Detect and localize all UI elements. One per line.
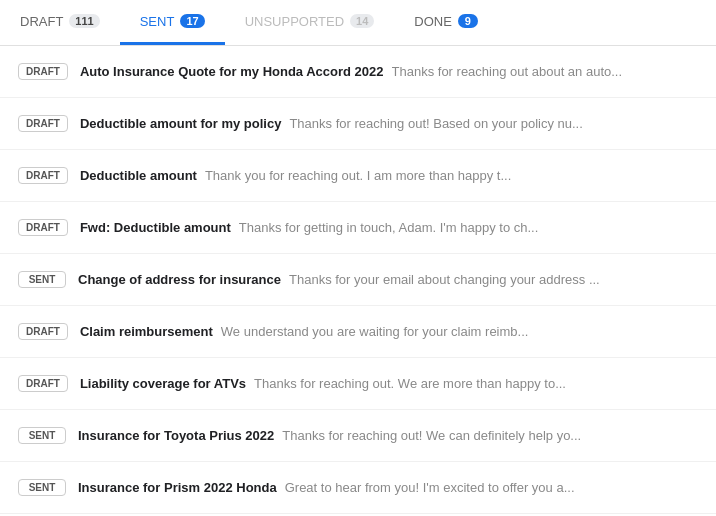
email-preview: Thanks for getting in touch, Adam. I'm h… — [239, 220, 700, 235]
email-subject: Claim reimbursement — [80, 324, 213, 339]
email-row[interactable]: DRAFTClaim reimbursementWe understand yo… — [0, 306, 716, 358]
tab-label-done: DONE — [414, 14, 452, 29]
status-badge: DRAFT — [18, 375, 68, 392]
email-preview: Thanks for reaching out! Based on your p… — [289, 116, 700, 131]
status-badge: SENT — [18, 427, 66, 444]
email-subject: Insurance for Prism 2022 Honda — [78, 480, 277, 495]
email-row[interactable]: SENTInsurance for Prism 2022 HondaGreat … — [0, 462, 716, 514]
email-list: DRAFTAuto Insurance Quote for my Honda A… — [0, 46, 716, 514]
status-badge: DRAFT — [18, 219, 68, 236]
email-subject: Fwd: Deductible amount — [80, 220, 231, 235]
status-badge: DRAFT — [18, 167, 68, 184]
tab-badge-draft: 111 — [69, 14, 99, 28]
tab-draft[interactable]: DRAFT111 — [0, 0, 120, 45]
tabs-bar: DRAFT111SENT17UNSUPPORTED14DONE9 — [0, 0, 716, 46]
status-badge: SENT — [18, 479, 66, 496]
email-row[interactable]: DRAFTAuto Insurance Quote for my Honda A… — [0, 46, 716, 98]
email-preview: We understand you are waiting for your c… — [221, 324, 700, 339]
email-subject: Deductible amount — [80, 168, 197, 183]
email-row[interactable]: DRAFTFwd: Deductible amountThanks for ge… — [0, 202, 716, 254]
status-badge: SENT — [18, 271, 66, 288]
email-row[interactable]: DRAFTLiability coverage for ATVsThanks f… — [0, 358, 716, 410]
email-preview: Thanks for reaching out. We are more tha… — [254, 376, 700, 391]
tab-label-unsupported: UNSUPPORTED — [245, 14, 344, 29]
email-preview: Thanks for reaching out! We can definite… — [282, 428, 700, 443]
tab-label-sent: SENT — [140, 14, 175, 29]
email-subject: Deductible amount for my policy — [80, 116, 282, 131]
email-row[interactable]: DRAFTDeductible amountThank you for reac… — [0, 150, 716, 202]
tab-unsupported[interactable]: UNSUPPORTED14 — [225, 0, 395, 45]
email-preview: Thank you for reaching out. I am more th… — [205, 168, 700, 183]
email-subject: Liability coverage for ATVs — [80, 376, 246, 391]
email-row[interactable]: DRAFTDeductible amount for my policyThan… — [0, 98, 716, 150]
tab-done[interactable]: DONE9 — [394, 0, 498, 45]
status-badge: DRAFT — [18, 115, 68, 132]
tab-badge-sent: 17 — [180, 14, 204, 28]
email-subject: Auto Insurance Quote for my Honda Accord… — [80, 64, 384, 79]
status-badge: DRAFT — [18, 323, 68, 340]
email-subject: Insurance for Toyota Prius 2022 — [78, 428, 274, 443]
tab-badge-done: 9 — [458, 14, 478, 28]
tab-label-draft: DRAFT — [20, 14, 63, 29]
email-row[interactable]: SENTChange of address for insuranceThank… — [0, 254, 716, 306]
email-row[interactable]: SENTInsurance for Toyota Prius 2022Thank… — [0, 410, 716, 462]
status-badge: DRAFT — [18, 63, 68, 80]
email-preview: Great to hear from you! I'm excited to o… — [285, 480, 700, 495]
email-preview: Thanks for reaching out about an auto... — [392, 64, 700, 79]
tab-sent[interactable]: SENT17 — [120, 0, 225, 45]
tab-badge-unsupported: 14 — [350, 14, 374, 28]
email-preview: Thanks for your email about changing you… — [289, 272, 700, 287]
email-subject: Change of address for insurance — [78, 272, 281, 287]
